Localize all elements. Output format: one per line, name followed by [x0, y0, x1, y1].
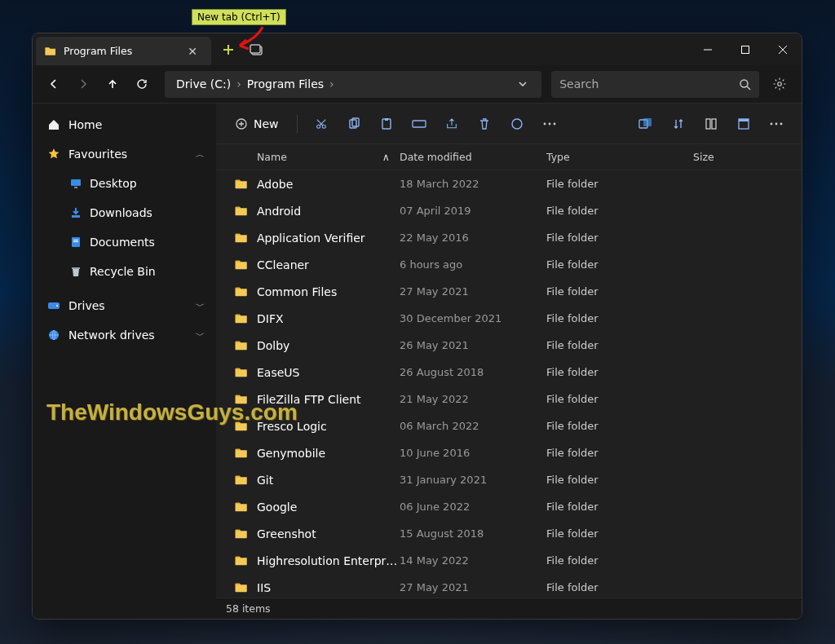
breadcrumb-drive[interactable]: Drive (C:) [173, 77, 234, 90]
search-input[interactable]: Search [551, 71, 759, 98]
close-tab-button[interactable]: ✕ [182, 45, 203, 58]
folder-icon [234, 204, 249, 218]
folder-icon [234, 554, 249, 568]
rename-button[interactable] [404, 110, 435, 138]
settings-button[interactable] [766, 70, 793, 98]
svg-rect-28 [643, 118, 652, 126]
file-row[interactable]: FileZilla FTP Client21 May 2022File fold… [216, 386, 802, 412]
titlebar: Program Files ✕ [33, 33, 802, 65]
file-name: IIS [257, 581, 400, 594]
file-row[interactable]: Android07 April 2019File folder [216, 197, 802, 224]
chevron-down-icon[interactable]: ﹀ [196, 300, 205, 312]
column-header-date[interactable]: Date modified [400, 151, 546, 163]
minimize-button[interactable] [689, 33, 727, 65]
file-name: Android [257, 205, 400, 218]
sidebar-item-documents[interactable]: Documents [36, 227, 213, 257]
svg-point-34 [775, 122, 778, 125]
file-name: DIFX [257, 312, 400, 325]
chevron-up-icon[interactable]: ︿ [196, 148, 205, 161]
active-tab[interactable]: Program Files ✕ [36, 37, 211, 65]
file-row[interactable]: IIS27 May 2021File folder [216, 574, 802, 598]
column-header-type[interactable]: Type [546, 151, 693, 163]
arrow-left-icon [47, 77, 60, 90]
file-row[interactable]: Application Verifier22 May 2016File fold… [216, 224, 802, 251]
paste-icon [380, 117, 393, 130]
sidebar-item-home[interactable]: Home [36, 110, 213, 139]
folder-icon [234, 527, 249, 541]
share-button[interactable] [436, 110, 467, 138]
arrow-right-icon [77, 77, 90, 90]
file-row[interactable]: Dolby26 May 2021File folder [216, 332, 802, 359]
chevron-right-icon: › [327, 77, 337, 90]
new-button[interactable]: New [226, 110, 289, 138]
back-button[interactable] [41, 71, 67, 97]
sort-button[interactable] [663, 110, 694, 138]
svg-rect-10 [73, 241, 78, 242]
file-row[interactable]: Highresolution Enterprises14 May 2022Fil… [216, 547, 802, 574]
address-dropdown-button[interactable] [517, 78, 537, 90]
svg-rect-22 [413, 121, 426, 127]
sidebar-item-desktop[interactable]: Desktop [36, 169, 213, 198]
file-row[interactable]: EaseUS26 August 2018File folder [216, 359, 802, 386]
ellipsis-icon [543, 122, 556, 126]
breadcrumb-folder[interactable]: Program Files [244, 77, 327, 90]
file-date: 14 May 2022 [400, 554, 546, 567]
close-window-button[interactable] [764, 33, 802, 65]
more-button[interactable] [534, 110, 565, 138]
sidebar-item-label: Favourites [68, 148, 127, 161]
plus-icon [223, 44, 234, 55]
delete-button[interactable] [469, 110, 500, 138]
file-row[interactable]: DIFX30 December 2021File folder [216, 305, 802, 332]
file-date: 30 December 2021 [400, 312, 546, 324]
svg-rect-21 [385, 118, 388, 121]
minimize-icon [703, 45, 713, 55]
file-date: 18 March 2022 [400, 178, 546, 190]
sidebar-item-downloads[interactable]: Downloads [36, 198, 213, 227]
file-type: File folder [546, 258, 693, 271]
overflow-button[interactable] [761, 110, 792, 138]
paste-button[interactable] [371, 110, 402, 138]
sidebar-item-drives[interactable]: Drives ﹀ [36, 291, 213, 320]
file-row[interactable]: Fresco Logic06 March 2022File folder [216, 412, 802, 439]
address-bar[interactable]: Drive (C:) › Program Files › [165, 71, 541, 98]
file-date: 31 January 2021 [400, 474, 546, 486]
copy-path-icon [638, 117, 653, 130]
sidebar-item-label: Desktop [90, 177, 137, 190]
copy-button[interactable] [338, 110, 369, 138]
sidebar-item-favourites[interactable]: Favourites ︿ [36, 139, 213, 169]
file-row[interactable]: Greenshot15 August 2018File folder [216, 520, 802, 547]
chevron-down-icon[interactable]: ﹀ [196, 329, 205, 342]
forward-button[interactable] [70, 71, 96, 97]
file-type: File folder [546, 178, 693, 190]
file-name: Adobe [257, 178, 400, 191]
svg-rect-32 [739, 119, 749, 121]
file-name: Genymobile [257, 447, 400, 460]
search-icon [739, 78, 751, 90]
file-row[interactable]: Adobe18 March 2022File folder [216, 170, 802, 197]
file-row[interactable]: Git31 January 2021File folder [216, 466, 802, 493]
column-header-size[interactable]: Size [693, 151, 775, 163]
file-row[interactable]: Common Files27 May 2021File folder [216, 278, 802, 305]
details-pane-button[interactable] [728, 110, 759, 138]
file-list[interactable]: Name ∧ Date modified Type Size Adobe18 M… [216, 144, 802, 598]
search-placeholder: Search [559, 77, 739, 90]
file-row[interactable]: Google06 June 2022File folder [216, 493, 802, 520]
svg-point-26 [553, 122, 555, 125]
file-row[interactable]: CCleaner6 hours agoFile folder [216, 251, 802, 278]
svg-rect-7 [72, 215, 80, 218]
folder-icon [234, 392, 249, 407]
layout-button[interactable] [696, 110, 727, 138]
sidebar-item-network-drives[interactable]: Network drives ﹀ [36, 320, 213, 350]
up-button[interactable] [99, 71, 126, 97]
file-row[interactable]: Genymobile10 June 2016File folder [216, 439, 802, 466]
copy-path-button[interactable] [630, 110, 661, 138]
column-header-name[interactable]: Name ∧ [257, 151, 400, 163]
folder-icon [234, 285, 249, 299]
cut-button[interactable] [306, 110, 337, 138]
desktop-icon [70, 178, 82, 189]
properties-button[interactable] [501, 110, 532, 138]
maximize-button[interactable] [727, 33, 764, 65]
refresh-button[interactable] [129, 71, 155, 97]
file-name: Highresolution Enterprises [257, 554, 400, 567]
sidebar-item-recycle-bin[interactable]: Recycle Bin [36, 257, 213, 286]
